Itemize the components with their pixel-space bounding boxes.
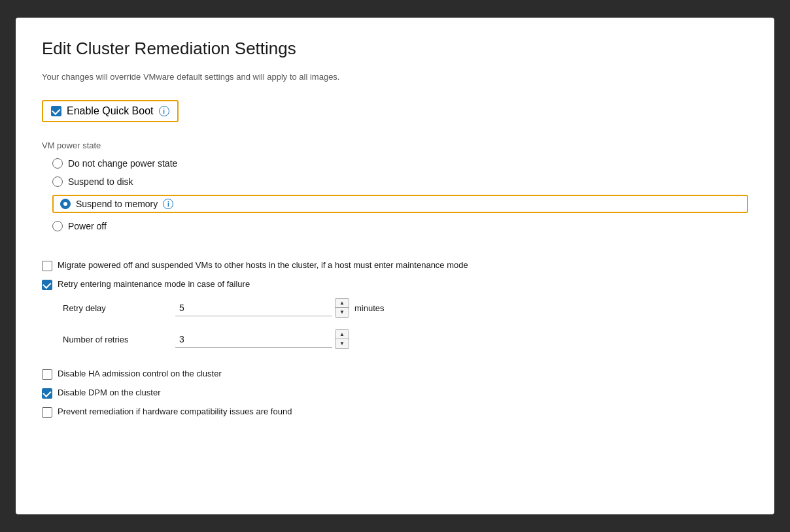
vm-power-radio-group: Do not change power state Suspend to dis…	[52, 158, 748, 231]
prevent-remediation-label: Prevent remediation if hardware compatib…	[58, 407, 292, 416]
quick-boot-info-icon[interactable]: i	[159, 106, 169, 116]
retry-checkbox-row: Retry entering maintenance mode in case …	[42, 279, 748, 290]
retry-delay-unit: minutes	[354, 303, 385, 313]
dialog-subtitle: Your changes will override VMware defaul…	[42, 72, 748, 82]
disable-dpm-checkbox[interactable]	[42, 388, 52, 399]
prevent-remediation-checkbox-row: Prevent remediation if hardware compatib…	[42, 407, 748, 418]
disable-ha-checkbox[interactable]	[42, 369, 52, 380]
suspend-memory-info-icon[interactable]: i	[163, 199, 173, 209]
radio-power-off[interactable]: Power off	[52, 221, 748, 231]
num-retries-label: Number of retries	[63, 335, 167, 344]
retry-label: Retry entering maintenance mode in case …	[58, 279, 250, 289]
vm-power-state-section: VM power state Do not change power state…	[42, 141, 748, 231]
retry-delay-row: Retry delay ▲ ▼ minutes	[63, 298, 748, 318]
migrate-checkbox[interactable]	[42, 261, 52, 271]
quick-boot-row: Enable Quick Boot i	[42, 100, 179, 122]
radio-no-change-label: Do not change power state	[68, 158, 177, 169]
radio-suspend-disk[interactable]: Suspend to disk	[52, 176, 748, 187]
migrate-label: Migrate powered off and suspended VMs to…	[58, 260, 468, 270]
retry-delay-increment[interactable]: ▲	[335, 299, 349, 308]
disable-dpm-checkbox-row: Disable DPM on the cluster	[42, 388, 748, 399]
retry-delay-spinner[interactable]: ▲ ▼	[335, 298, 349, 318]
disable-ha-label: Disable HA admission control on the clus…	[58, 369, 222, 378]
vm-power-state-label: VM power state	[42, 141, 748, 150]
radio-suspend-memory-highlighted[interactable]: Suspend to memory i	[52, 195, 748, 213]
radio-no-change[interactable]: Do not change power state	[52, 158, 748, 169]
retry-delay-label: Retry delay	[63, 303, 167, 313]
num-retries-increment[interactable]: ▲	[335, 330, 349, 339]
quick-boot-label: Enable Quick Boot	[67, 105, 154, 117]
prevent-remediation-checkbox[interactable]	[42, 407, 52, 418]
num-retries-spinner[interactable]: ▲ ▼	[335, 329, 349, 349]
quick-boot-checkbox[interactable]	[51, 106, 61, 116]
migrate-checkbox-row: Migrate powered off and suspended VMs to…	[42, 260, 748, 271]
num-retries-decrement[interactable]: ▼	[335, 339, 349, 348]
radio-power-off-button[interactable]	[52, 221, 63, 231]
num-retries-row: Number of retries ▲ ▼	[63, 329, 748, 349]
radio-suspend-disk-label: Suspend to disk	[68, 176, 133, 187]
radio-suspend-memory-button[interactable]	[60, 199, 71, 209]
num-retries-input-group: ▲ ▼	[175, 329, 349, 349]
disable-dpm-label: Disable DPM on the cluster	[58, 388, 161, 397]
retry-delay-input-group: ▲ ▼ minutes	[175, 298, 385, 318]
num-retries-input[interactable]	[175, 331, 332, 348]
radio-no-change-button[interactable]	[52, 158, 63, 169]
radio-suspend-disk-button[interactable]	[52, 176, 63, 187]
radio-suspend-memory-label: Suspend to memory	[76, 199, 158, 209]
edit-cluster-dialog: Edit Cluster Remediation Settings Your c…	[16, 18, 774, 514]
radio-power-off-label: Power off	[68, 221, 107, 231]
retry-delay-decrement[interactable]: ▼	[335, 308, 349, 317]
retry-delay-input[interactable]	[175, 300, 332, 316]
retry-checkbox[interactable]	[42, 280, 52, 290]
dialog-title: Edit Cluster Remediation Settings	[42, 39, 748, 59]
disable-ha-checkbox-row: Disable HA admission control on the clus…	[42, 369, 748, 380]
